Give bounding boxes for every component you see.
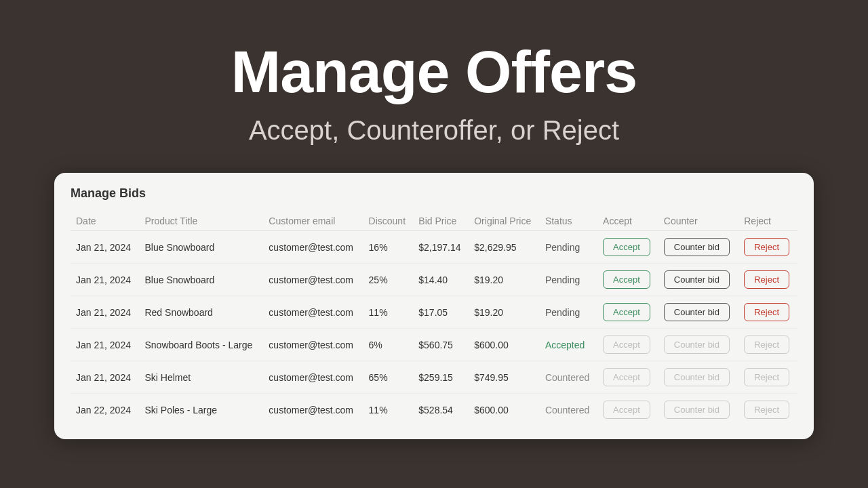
table-row: Jan 22, 2024 Ski Poles - Large customer@… — [71, 394, 797, 426]
reject-button[interactable]: Reject — [744, 270, 789, 289]
cell-reject-action: Reject — [738, 329, 797, 361]
cell-status: Pending — [540, 296, 597, 329]
cell-bid-price: $259.15 — [413, 361, 469, 394]
cell-status: Accepted — [540, 329, 597, 361]
bids-table-container: Manage Bids Date Product Title Customer … — [54, 173, 814, 439]
cell-status: Pending — [540, 264, 597, 296]
accept-button[interactable]: Accept — [603, 303, 650, 321]
cell-date: Jan 21, 2024 — [71, 296, 139, 329]
cell-status: Pending — [540, 231, 597, 264]
cell-counter-action[interactable]: Counter bid — [658, 296, 738, 329]
col-original-price: Original Price — [469, 211, 540, 231]
cell-date: Jan 21, 2024 — [71, 231, 139, 264]
cell-email: customer@test.com — [263, 361, 363, 394]
cell-accept-action[interactable]: Accept — [597, 264, 658, 296]
cell-counter-action: Counter bid — [658, 361, 738, 394]
cell-original-price: $600.00 — [469, 394, 540, 426]
cell-original-price: $600.00 — [469, 329, 540, 361]
cell-reject-action[interactable]: Reject — [738, 264, 797, 296]
cell-status: Countered — [540, 394, 597, 426]
cell-product: Snowboard Boots - Large — [139, 329, 263, 361]
cell-discount: 6% — [363, 329, 414, 361]
cell-product: Blue Snowboard — [139, 231, 263, 264]
col-email: Customer email — [263, 211, 363, 231]
col-discount: Discount — [363, 211, 414, 231]
cell-product: Ski Poles - Large — [139, 394, 263, 426]
cell-accept-action: Accept — [597, 329, 658, 361]
cell-bid-price: $14.40 — [413, 264, 469, 296]
reject-button[interactable]: Reject — [744, 303, 789, 321]
cell-status: Countered — [540, 361, 597, 394]
counter-bid-button: Counter bid — [664, 368, 730, 386]
col-product: Product Title — [139, 211, 263, 231]
cell-date: Jan 21, 2024 — [71, 329, 139, 361]
cell-product: Blue Snowboard — [139, 264, 263, 296]
table-title: Manage Bids — [71, 186, 797, 201]
cell-bid-price: $17.05 — [413, 296, 469, 329]
table-row: Jan 21, 2024 Blue Snowboard customer@tes… — [71, 264, 797, 296]
cell-email: customer@test.com — [263, 296, 363, 329]
cell-accept-action[interactable]: Accept — [597, 231, 658, 264]
cell-date: Jan 21, 2024 — [71, 361, 139, 394]
cell-accept-action[interactable]: Accept — [597, 296, 658, 329]
cell-date: Jan 21, 2024 — [71, 264, 139, 296]
bids-table: Date Product Title Customer email Discou… — [71, 211, 797, 426]
cell-email: customer@test.com — [263, 329, 363, 361]
cell-bid-price: $560.75 — [413, 329, 469, 361]
cell-email: customer@test.com — [263, 394, 363, 426]
reject-button: Reject — [744, 336, 789, 354]
table-row: Jan 21, 2024 Ski Helmet customer@test.co… — [71, 361, 797, 394]
counter-bid-button: Counter bid — [664, 336, 730, 354]
cell-original-price: $2,629.95 — [469, 231, 540, 264]
cell-bid-price: $2,197.14 — [413, 231, 469, 264]
cell-reject-action: Reject — [738, 394, 797, 426]
accept-button[interactable]: Accept — [603, 270, 650, 289]
counter-bid-button[interactable]: Counter bid — [664, 238, 730, 256]
table-row: Jan 21, 2024 Blue Snowboard customer@tes… — [71, 231, 797, 264]
counter-bid-button[interactable]: Counter bid — [664, 270, 730, 289]
table-row: Jan 21, 2024 Red Snowboard customer@test… — [71, 296, 797, 329]
cell-counter-action[interactable]: Counter bid — [658, 231, 738, 264]
cell-reject-action[interactable]: Reject — [738, 231, 797, 264]
cell-bid-price: $528.54 — [413, 394, 469, 426]
cell-product: Red Snowboard — [139, 296, 263, 329]
cell-counter-action[interactable]: Counter bid — [658, 264, 738, 296]
reject-button: Reject — [744, 368, 789, 386]
page-subtitle: Accept, Counteroffer, or Reject — [249, 115, 619, 146]
cell-discount: 11% — [363, 296, 414, 329]
page-title: Manage Offers — [231, 41, 637, 103]
cell-product: Ski Helmet — [139, 361, 263, 394]
cell-discount: 25% — [363, 264, 414, 296]
hero-section: Manage Offers Accept, Counteroffer, or R… — [231, 0, 637, 159]
cell-counter-action: Counter bid — [658, 394, 738, 426]
col-date: Date — [71, 211, 139, 231]
cell-email: customer@test.com — [263, 231, 363, 264]
cell-accept-action: Accept — [597, 361, 658, 394]
col-counter: Counter — [658, 211, 738, 231]
cell-reject-action[interactable]: Reject — [738, 296, 797, 329]
counter-bid-button: Counter bid — [664, 401, 730, 419]
cell-original-price: $19.20 — [469, 296, 540, 329]
cell-discount: 16% — [363, 231, 414, 264]
cell-date: Jan 22, 2024 — [71, 394, 139, 426]
accept-button: Accept — [603, 336, 650, 354]
col-bid-price: Bid Price — [413, 211, 469, 231]
cell-counter-action: Counter bid — [658, 329, 738, 361]
accept-button[interactable]: Accept — [603, 238, 650, 256]
cell-reject-action: Reject — [738, 361, 797, 394]
cell-email: customer@test.com — [263, 264, 363, 296]
cell-original-price: $749.95 — [469, 361, 540, 394]
reject-button: Reject — [744, 401, 789, 419]
cell-accept-action: Accept — [597, 394, 658, 426]
table-row: Jan 21, 2024 Snowboard Boots - Large cus… — [71, 329, 797, 361]
cell-discount: 65% — [363, 361, 414, 394]
counter-bid-button[interactable]: Counter bid — [664, 303, 730, 321]
accept-button: Accept — [603, 401, 650, 419]
cell-original-price: $19.20 — [469, 264, 540, 296]
reject-button[interactable]: Reject — [744, 238, 789, 256]
cell-discount: 11% — [363, 394, 414, 426]
accept-button: Accept — [603, 368, 650, 386]
col-reject: Reject — [738, 211, 797, 231]
col-accept: Accept — [597, 211, 658, 231]
col-status: Status — [540, 211, 597, 231]
